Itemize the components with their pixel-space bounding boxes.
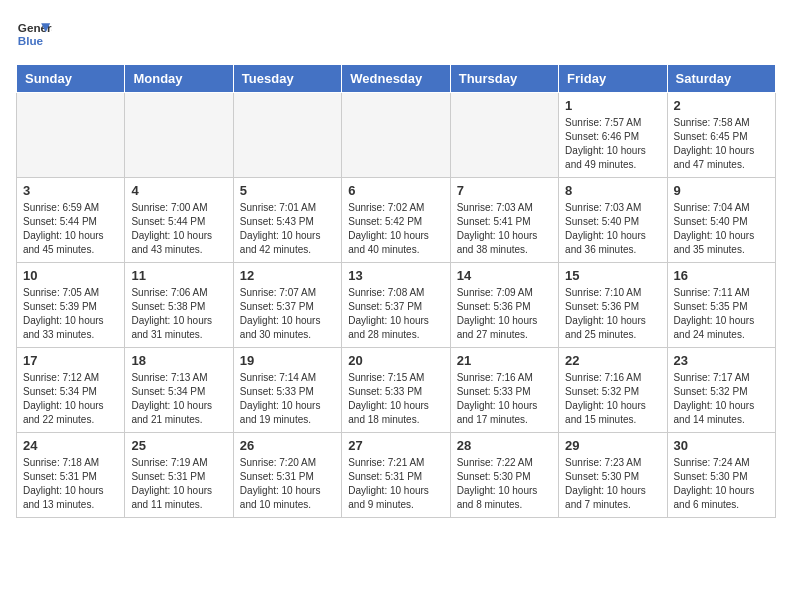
calendar-header-wednesday: Wednesday [342, 65, 450, 93]
calendar-cell: 13Sunrise: 7:08 AM Sunset: 5:37 PM Dayli… [342, 263, 450, 348]
day-number: 7 [457, 183, 552, 198]
calendar-header-tuesday: Tuesday [233, 65, 341, 93]
calendar-cell: 15Sunrise: 7:10 AM Sunset: 5:36 PM Dayli… [559, 263, 667, 348]
calendar-cell: 3Sunrise: 6:59 AM Sunset: 5:44 PM Daylig… [17, 178, 125, 263]
calendar-cell: 28Sunrise: 7:22 AM Sunset: 5:30 PM Dayli… [450, 433, 558, 518]
calendar-header-sunday: Sunday [17, 65, 125, 93]
page-header: General Blue [16, 16, 776, 52]
day-number: 30 [674, 438, 769, 453]
day-number: 9 [674, 183, 769, 198]
calendar-cell: 27Sunrise: 7:21 AM Sunset: 5:31 PM Dayli… [342, 433, 450, 518]
calendar-week-row: 3Sunrise: 6:59 AM Sunset: 5:44 PM Daylig… [17, 178, 776, 263]
day-detail: Sunrise: 7:03 AM Sunset: 5:40 PM Dayligh… [565, 201, 660, 257]
day-detail: Sunrise: 7:16 AM Sunset: 5:33 PM Dayligh… [457, 371, 552, 427]
day-number: 16 [674, 268, 769, 283]
calendar-week-row: 1Sunrise: 7:57 AM Sunset: 6:46 PM Daylig… [17, 93, 776, 178]
calendar-cell: 12Sunrise: 7:07 AM Sunset: 5:37 PM Dayli… [233, 263, 341, 348]
day-detail: Sunrise: 7:08 AM Sunset: 5:37 PM Dayligh… [348, 286, 443, 342]
day-number: 20 [348, 353, 443, 368]
calendar-header-friday: Friday [559, 65, 667, 93]
calendar-cell: 25Sunrise: 7:19 AM Sunset: 5:31 PM Dayli… [125, 433, 233, 518]
day-detail: Sunrise: 7:03 AM Sunset: 5:41 PM Dayligh… [457, 201, 552, 257]
day-detail: Sunrise: 7:07 AM Sunset: 5:37 PM Dayligh… [240, 286, 335, 342]
calendar-cell: 23Sunrise: 7:17 AM Sunset: 5:32 PM Dayli… [667, 348, 775, 433]
day-detail: Sunrise: 7:20 AM Sunset: 5:31 PM Dayligh… [240, 456, 335, 512]
day-number: 8 [565, 183, 660, 198]
day-number: 11 [131, 268, 226, 283]
calendar-cell: 18Sunrise: 7:13 AM Sunset: 5:34 PM Dayli… [125, 348, 233, 433]
day-number: 26 [240, 438, 335, 453]
day-number: 5 [240, 183, 335, 198]
day-number: 1 [565, 98, 660, 113]
day-detail: Sunrise: 7:04 AM Sunset: 5:40 PM Dayligh… [674, 201, 769, 257]
calendar-cell: 16Sunrise: 7:11 AM Sunset: 5:35 PM Dayli… [667, 263, 775, 348]
day-number: 25 [131, 438, 226, 453]
day-detail: Sunrise: 7:17 AM Sunset: 5:32 PM Dayligh… [674, 371, 769, 427]
day-number: 29 [565, 438, 660, 453]
calendar-cell: 1Sunrise: 7:57 AM Sunset: 6:46 PM Daylig… [559, 93, 667, 178]
day-number: 19 [240, 353, 335, 368]
day-detail: Sunrise: 7:12 AM Sunset: 5:34 PM Dayligh… [23, 371, 118, 427]
calendar-cell: 24Sunrise: 7:18 AM Sunset: 5:31 PM Dayli… [17, 433, 125, 518]
day-number: 4 [131, 183, 226, 198]
calendar-header-thursday: Thursday [450, 65, 558, 93]
day-number: 10 [23, 268, 118, 283]
calendar-cell: 7Sunrise: 7:03 AM Sunset: 5:41 PM Daylig… [450, 178, 558, 263]
day-number: 23 [674, 353, 769, 368]
logo-icon: General Blue [16, 16, 52, 52]
day-detail: Sunrise: 7:14 AM Sunset: 5:33 PM Dayligh… [240, 371, 335, 427]
day-detail: Sunrise: 7:01 AM Sunset: 5:43 PM Dayligh… [240, 201, 335, 257]
day-detail: Sunrise: 7:11 AM Sunset: 5:35 PM Dayligh… [674, 286, 769, 342]
day-number: 2 [674, 98, 769, 113]
calendar-cell: 2Sunrise: 7:58 AM Sunset: 6:45 PM Daylig… [667, 93, 775, 178]
day-number: 21 [457, 353, 552, 368]
day-detail: Sunrise: 7:19 AM Sunset: 5:31 PM Dayligh… [131, 456, 226, 512]
day-detail: Sunrise: 7:09 AM Sunset: 5:36 PM Dayligh… [457, 286, 552, 342]
day-detail: Sunrise: 7:57 AM Sunset: 6:46 PM Dayligh… [565, 116, 660, 172]
day-detail: Sunrise: 7:24 AM Sunset: 5:30 PM Dayligh… [674, 456, 769, 512]
calendar-week-row: 17Sunrise: 7:12 AM Sunset: 5:34 PM Dayli… [17, 348, 776, 433]
calendar-cell: 22Sunrise: 7:16 AM Sunset: 5:32 PM Dayli… [559, 348, 667, 433]
day-detail: Sunrise: 7:06 AM Sunset: 5:38 PM Dayligh… [131, 286, 226, 342]
day-number: 24 [23, 438, 118, 453]
calendar-cell [125, 93, 233, 178]
day-detail: Sunrise: 6:59 AM Sunset: 5:44 PM Dayligh… [23, 201, 118, 257]
calendar-week-row: 10Sunrise: 7:05 AM Sunset: 5:39 PM Dayli… [17, 263, 776, 348]
calendar-cell: 30Sunrise: 7:24 AM Sunset: 5:30 PM Dayli… [667, 433, 775, 518]
calendar-cell: 10Sunrise: 7:05 AM Sunset: 5:39 PM Dayli… [17, 263, 125, 348]
day-detail: Sunrise: 7:21 AM Sunset: 5:31 PM Dayligh… [348, 456, 443, 512]
day-number: 14 [457, 268, 552, 283]
logo: General Blue [16, 16, 52, 52]
day-number: 17 [23, 353, 118, 368]
day-detail: Sunrise: 7:18 AM Sunset: 5:31 PM Dayligh… [23, 456, 118, 512]
day-detail: Sunrise: 7:10 AM Sunset: 5:36 PM Dayligh… [565, 286, 660, 342]
day-detail: Sunrise: 7:13 AM Sunset: 5:34 PM Dayligh… [131, 371, 226, 427]
calendar-cell [17, 93, 125, 178]
day-detail: Sunrise: 7:16 AM Sunset: 5:32 PM Dayligh… [565, 371, 660, 427]
calendar-cell: 17Sunrise: 7:12 AM Sunset: 5:34 PM Dayli… [17, 348, 125, 433]
calendar-cell: 9Sunrise: 7:04 AM Sunset: 5:40 PM Daylig… [667, 178, 775, 263]
day-number: 12 [240, 268, 335, 283]
calendar-header-saturday: Saturday [667, 65, 775, 93]
day-number: 27 [348, 438, 443, 453]
day-detail: Sunrise: 7:05 AM Sunset: 5:39 PM Dayligh… [23, 286, 118, 342]
calendar-cell: 4Sunrise: 7:00 AM Sunset: 5:44 PM Daylig… [125, 178, 233, 263]
calendar-header-monday: Monday [125, 65, 233, 93]
day-detail: Sunrise: 7:22 AM Sunset: 5:30 PM Dayligh… [457, 456, 552, 512]
calendar-cell: 26Sunrise: 7:20 AM Sunset: 5:31 PM Dayli… [233, 433, 341, 518]
day-detail: Sunrise: 7:00 AM Sunset: 5:44 PM Dayligh… [131, 201, 226, 257]
day-detail: Sunrise: 7:58 AM Sunset: 6:45 PM Dayligh… [674, 116, 769, 172]
calendar-cell: 29Sunrise: 7:23 AM Sunset: 5:30 PM Dayli… [559, 433, 667, 518]
day-number: 18 [131, 353, 226, 368]
day-number: 22 [565, 353, 660, 368]
day-detail: Sunrise: 7:23 AM Sunset: 5:30 PM Dayligh… [565, 456, 660, 512]
calendar-cell: 19Sunrise: 7:14 AM Sunset: 5:33 PM Dayli… [233, 348, 341, 433]
day-detail: Sunrise: 7:15 AM Sunset: 5:33 PM Dayligh… [348, 371, 443, 427]
day-number: 15 [565, 268, 660, 283]
calendar-table: SundayMondayTuesdayWednesdayThursdayFrid… [16, 64, 776, 518]
calendar-cell: 21Sunrise: 7:16 AM Sunset: 5:33 PM Dayli… [450, 348, 558, 433]
day-number: 3 [23, 183, 118, 198]
calendar-cell: 8Sunrise: 7:03 AM Sunset: 5:40 PM Daylig… [559, 178, 667, 263]
svg-text:Blue: Blue [18, 34, 44, 47]
calendar-cell: 6Sunrise: 7:02 AM Sunset: 5:42 PM Daylig… [342, 178, 450, 263]
